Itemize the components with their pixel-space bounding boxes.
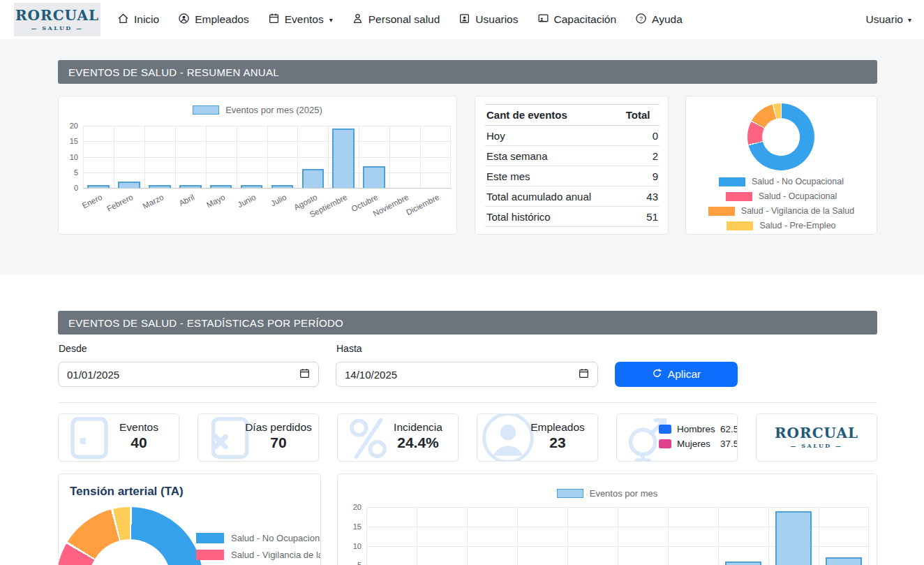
top-navbar: RORCUAL — SALUD — Inicio Empleados Event…: [0, 0, 924, 39]
legend-row: Salud - Pre-Empleo: [726, 221, 835, 230]
gridline: [267, 126, 268, 188]
nav-item-label: Ayuda: [652, 13, 683, 26]
gridline: [718, 507, 719, 565]
bar: [87, 185, 110, 188]
donut-hole: [762, 118, 800, 156]
nav-menu: Inicio Empleados Eventos ▾ Personal salu…: [117, 0, 683, 39]
from-date-value: 01/01/2025: [67, 369, 119, 381]
calendar-icon[interactable]: [579, 368, 589, 381]
annual-bar-chart-plot: 05101520EneroFebreroMarzoAbrilMayoJunioJ…: [83, 126, 451, 189]
legend-row: Hombres 62.5%: [659, 424, 738, 434]
stat-card-empleados: Empleados 23: [477, 413, 598, 462]
gridline: [517, 507, 518, 565]
apply-button[interactable]: Aplicar: [615, 362, 738, 387]
table-row: Total histórico 51: [485, 207, 660, 227]
stat-text: Empleados 23: [522, 421, 593, 451]
gender-legend: Hombres 62.5% Mujeres 37.5%: [659, 424, 738, 453]
person-icon: [352, 13, 364, 27]
svg-text:?: ?: [639, 15, 643, 22]
legend-swatch: [196, 533, 224, 543]
annual-donut-chart: [747, 103, 814, 170]
donut-hole: [89, 539, 171, 565]
x-axis-month-label: Junio: [236, 193, 257, 209]
row-label: Hoy: [485, 126, 625, 146]
stat-card-gender: Hombres 62.5% Mujeres 37.5%: [616, 413, 738, 462]
y-axis-tick-label: 10: [70, 153, 78, 161]
bar: [775, 511, 812, 565]
legend-label: Eventos por mes (2025): [225, 105, 322, 115]
row-label: Total histórico: [485, 207, 625, 227]
bar: [302, 169, 325, 188]
bar: [210, 185, 232, 188]
legend-label: Salud - Vigilancia de la Salud: [231, 550, 321, 560]
gridline: [206, 126, 207, 188]
row-value: 9: [625, 166, 660, 186]
to-date-input[interactable]: 14/10/2025: [336, 362, 598, 387]
row-value: 51: [625, 207, 660, 227]
table-header-row: Cant de eventos Total: [485, 105, 660, 126]
gridline: [868, 507, 869, 565]
period-bar-chart-card: Eventos por mes 05101520EneroFebreroMarz…: [337, 474, 877, 565]
annual-bar-chart-legend: Eventos por mes (2025): [59, 105, 456, 115]
legend-label: Salud - No Ocupacional: [752, 177, 844, 186]
nav-item-label: Empleados: [195, 13, 249, 26]
x-axis-month-label: Enero: [81, 193, 104, 210]
chevron-down-icon: ▾: [329, 16, 333, 24]
nav-item-personal-salud[interactable]: Personal salud: [352, 13, 440, 27]
calendar-icon[interactable]: [299, 368, 310, 381]
legend-label: Salud - No Ocupacional: [231, 533, 321, 543]
row-label: Esta semana: [485, 146, 625, 166]
gridline: [114, 126, 114, 188]
gridline: [420, 126, 421, 188]
bar: [332, 129, 355, 188]
divider: [58, 402, 877, 403]
brand-name: RORCUAL: [775, 426, 858, 440]
bar: [363, 166, 385, 188]
to-date-label: Hasta: [336, 343, 362, 354]
period-bar-chart-legend: Eventos por mes: [338, 488, 877, 499]
nav-item-usuarios[interactable]: Usuarios: [459, 13, 518, 27]
bar: [149, 185, 171, 188]
gridline: [175, 126, 176, 188]
event-count-table-card: Cant de eventos Total Hoy 0 Esta semana …: [475, 96, 669, 235]
gridline: [328, 126, 329, 188]
refresh-icon: [652, 368, 662, 381]
nav-item-eventos[interactable]: Eventos ▾: [268, 13, 333, 27]
training-screen-icon: [537, 13, 549, 27]
gridline: [467, 507, 468, 565]
stat-value: 23: [522, 434, 593, 451]
user-menu[interactable]: Usuario ▾: [866, 0, 911, 39]
gridline: [297, 126, 298, 188]
bar: [725, 562, 761, 565]
gridline: [83, 126, 84, 188]
from-date-label: Desde: [59, 343, 87, 354]
apply-button-label: Aplicar: [668, 368, 701, 381]
legend-swatch: [557, 489, 583, 498]
nav-item-capacitacion[interactable]: Capacitación: [537, 13, 617, 27]
annual-bar-chart-card: Eventos por mes (2025) 05101520EneroFebr…: [58, 96, 457, 235]
stat-label: Días perdidos: [243, 421, 314, 434]
nav-item-ayuda[interactable]: ? Ayuda: [635, 13, 683, 27]
ta-donut-card: Tensión arterial (TA) Salud - No Ocupaci…: [58, 474, 321, 565]
nav-item-empleados[interactable]: Empleados: [178, 13, 249, 27]
gridline: [366, 507, 367, 565]
legend-row: Salud - Vigilancia de la Salud: [708, 206, 854, 216]
nav-item-label: Inicio: [134, 13, 159, 26]
table-row: Total acumulado anual 43: [485, 186, 660, 207]
y-axis-tick-label: 15: [70, 137, 78, 145]
y-axis-tick-label: 10: [353, 542, 362, 550]
help-icon: ?: [635, 13, 647, 27]
legend-swatch: [719, 177, 745, 186]
y-axis-tick-label: 15: [353, 522, 362, 531]
from-date-input[interactable]: 01/01/2025: [58, 362, 319, 387]
legend-swatch: [193, 105, 219, 115]
legend-row: Salud - No Ocupacional: [719, 177, 844, 186]
nav-item-inicio[interactable]: Inicio: [117, 13, 159, 27]
ta-donut-legend: Salud - No Ocupacional Salud - Vigilanci…: [196, 533, 321, 565]
nav-item-label: Usuarios: [475, 13, 518, 26]
annual-donut-chart-card: Salud - No Ocupacional Salud - Ocupacion…: [685, 96, 877, 235]
brand-logo[interactable]: RORCUAL — SALUD —: [14, 3, 100, 36]
nav-item-label: Eventos: [285, 13, 324, 26]
stat-value: 40: [103, 434, 174, 451]
x-axis-month-label: Febrero: [105, 193, 134, 213]
